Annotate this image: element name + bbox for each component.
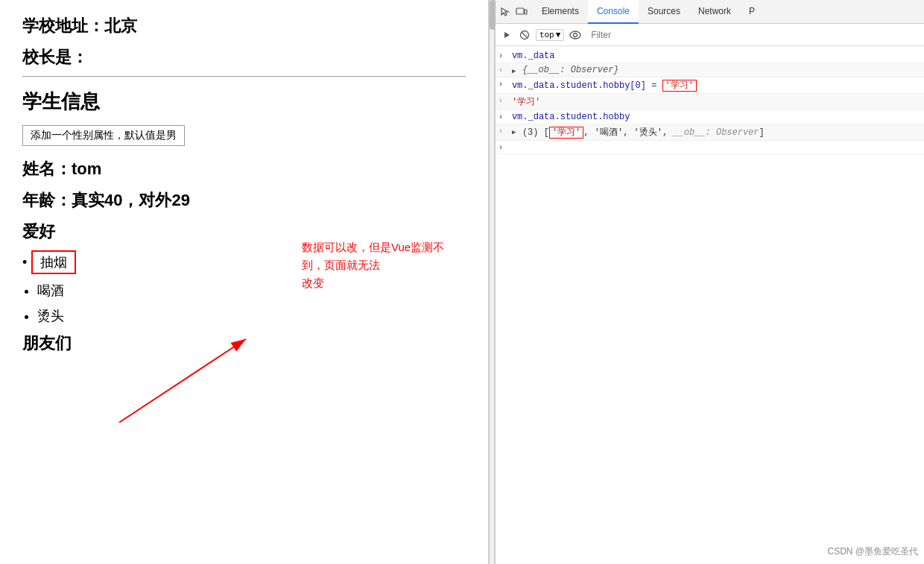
- scroll-thumb[interactable]: [490, 0, 496, 30]
- input-chevron-icon-2: ›: [499, 80, 510, 89]
- console-text-3: vm._data.student.hobby[0] = '学习': [512, 79, 697, 92]
- output-left-icon-2: ‹: [499, 97, 510, 105]
- input-chevron-icon-4: ›: [499, 144, 510, 152]
- add-property-button[interactable]: 添加一个性别属性，默认值是男: [22, 125, 185, 146]
- block-icon[interactable]: [518, 28, 531, 42]
- devtools-toolbar: top ▼: [496, 24, 924, 46]
- input-chevron-icon-3: ›: [499, 113, 510, 121]
- console-row-2: ‹ ▶ {__ob__: Observer}: [496, 63, 924, 77]
- output-left-icon: ‹: [499, 66, 510, 75]
- tab-console[interactable]: Console: [588, 0, 639, 24]
- hobby-bullet: •: [22, 255, 27, 270]
- console-text-4: '学习': [512, 95, 540, 108]
- principal: 校长是：: [22, 46, 466, 69]
- dropdown-arrow-icon: ▼: [556, 31, 561, 39]
- tab-more[interactable]: P: [740, 0, 764, 24]
- annotation-text: 数据可以改，但是Vue监测不到，页面就无法改变: [302, 238, 466, 292]
- console-text-6: (3) ['学习', '喝酒', '烫头', __ob__: Observer]: [522, 126, 765, 139]
- eye-icon[interactable]: [569, 28, 582, 42]
- console-output: › vm._data ‹ ▶ {__ob__: Observer} › vm._…: [496, 46, 924, 564]
- device-icon[interactable]: [515, 5, 528, 19]
- console-row-3: › vm._data.student.hobby[0] = '学习': [496, 77, 924, 94]
- console-row-4: ‹ '学习': [496, 94, 924, 110]
- tab-network[interactable]: Network: [689, 0, 740, 24]
- console-row-7: ›: [496, 141, 924, 154]
- svg-point-8: [574, 33, 578, 37]
- tab-elements[interactable]: Elements: [533, 0, 588, 24]
- svg-rect-2: [516, 8, 524, 14]
- more-label: 朋友们: [22, 332, 466, 355]
- tab-sources[interactable]: Sources: [639, 0, 689, 24]
- cursor-icon[interactable]: [499, 5, 512, 19]
- hobby-text-highlighted: 抽烟: [31, 250, 76, 274]
- svg-point-7: [570, 31, 580, 39]
- name-line: 姓名：tom: [22, 158, 466, 180]
- devtools-tabs: Elements Console Sources Network P: [496, 0, 924, 24]
- watermark: CSDN @墨鱼爱吃圣代: [827, 545, 918, 558]
- console-text-5: vm._data.student.hobby: [512, 112, 630, 122]
- output-left-icon-3: ‹: [499, 127, 510, 136]
- devtools-panel: Elements Console Sources Network P top ▼…: [495, 0, 924, 564]
- hobby-item-3: 烫头: [37, 307, 466, 325]
- console-row-5: › vm._data.student.hobby: [496, 110, 924, 124]
- left-panel: 学校地址：北京 校长是： 学生信息 添加一个性别属性，默认值是男 姓名：tom …: [0, 0, 489, 564]
- svg-line-6: [522, 32, 528, 38]
- student-info-title: 学生信息: [22, 89, 466, 115]
- context-label: top: [539, 31, 554, 39]
- context-selector[interactable]: top ▼: [536, 29, 564, 41]
- age-line: 年龄：真实40，对外29: [22, 189, 466, 212]
- console-text-1: vm._data: [512, 51, 555, 61]
- school-address: 学校地址：北京: [22, 15, 466, 37]
- console-text-2: {__ob__: Observer}: [522, 65, 619, 75]
- scrollbar[interactable]: [489, 0, 495, 564]
- console-filter-input[interactable]: [586, 28, 920, 42]
- expand-arrow-icon[interactable]: ▶: [512, 67, 521, 75]
- svg-marker-4: [504, 32, 510, 38]
- svg-rect-3: [525, 10, 527, 14]
- console-row-1: › vm._data: [496, 49, 924, 63]
- input-chevron-icon: ›: [499, 52, 510, 60]
- play-icon[interactable]: [500, 28, 513, 42]
- divider: [22, 76, 466, 77]
- console-row-6: ‹ ▶ (3) ['学习', '喝酒', '烫头', __ob__: Obser…: [496, 124, 924, 141]
- expand-arrow-icon-2[interactable]: ▶: [512, 128, 521, 136]
